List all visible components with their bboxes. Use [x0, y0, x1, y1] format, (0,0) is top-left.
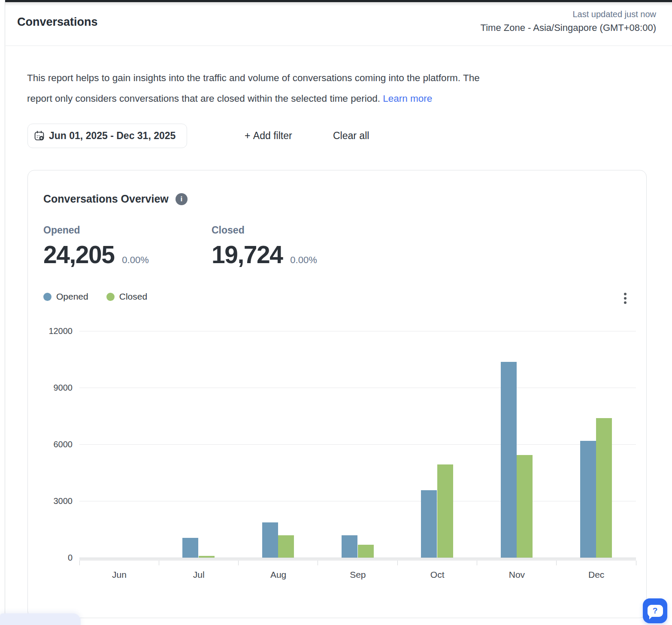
- legend-label-closed: Closed: [119, 291, 147, 302]
- x-tick-label-jul: Jul: [159, 570, 239, 580]
- x-axis-tick: [318, 561, 318, 565]
- x-axis-line: [79, 558, 636, 561]
- stat-closed: Closed 19,724 0.00%: [212, 224, 317, 268]
- chart-legend: OpenedClosed: [43, 291, 147, 302]
- report-description: This report helps to gain insights into …: [27, 68, 662, 109]
- stat-opened: Opened 24,205 0.00%: [43, 224, 149, 268]
- plus-icon: +: [245, 130, 250, 142]
- conversations-overview-card: Conversations Overview i Opened 24,205 0…: [27, 170, 647, 618]
- date-range-picker[interactable]: Jun 01, 2025 - Dec 31, 2025: [27, 124, 187, 148]
- clear-all-button[interactable]: Clear all: [333, 124, 369, 148]
- calendar-plus-icon: [33, 130, 45, 142]
- bar-opened-nov[interactable]: [501, 362, 517, 558]
- legend-dot-opened: [43, 293, 51, 301]
- header-meta: Last updated just now Time Zone - Asia/S…: [481, 9, 656, 35]
- description-line-1: This report helps to gain insights into …: [27, 73, 480, 83]
- bar-closed-jul[interactable]: [199, 556, 215, 558]
- bar-opened-sep[interactable]: [342, 535, 357, 558]
- bar-closed-aug[interactable]: [278, 535, 294, 558]
- add-filter-button[interactable]: + Add filter: [245, 124, 292, 148]
- x-tick-label-dec: Dec: [557, 570, 636, 580]
- description-line-2: report only considers conversations that…: [27, 93, 380, 104]
- stat-opened-delta: 0.00%: [122, 255, 148, 266]
- legend-item-closed[interactable]: Closed: [106, 291, 147, 302]
- page-title: Conversations: [17, 15, 98, 29]
- bar-opened-dec[interactable]: [580, 441, 596, 558]
- x-axis-tick: [238, 561, 239, 565]
- legend-item-opened[interactable]: Opened: [43, 291, 88, 302]
- legend-dot-closed: [106, 293, 115, 301]
- x-axis-tick: [159, 561, 159, 565]
- x-axis-tick: [397, 561, 398, 565]
- gridline-6000: [79, 444, 636, 445]
- gridline-12000: [79, 331, 636, 331]
- bar-opened-aug[interactable]: [262, 522, 278, 558]
- x-tick-label-sep: Sep: [318, 570, 398, 580]
- stat-closed-label: Closed: [212, 224, 317, 237]
- y-tick-label-9000: 9000: [24, 383, 73, 393]
- bar-closed-sep[interactable]: [358, 545, 374, 558]
- card-title: Conversations Overview: [43, 193, 169, 205]
- conversations-chart: 030006000900012000JunJulAugSepOctNovDec: [79, 331, 636, 558]
- chart-options-menu-icon[interactable]: [618, 290, 632, 307]
- bar-opened-oct[interactable]: [421, 490, 437, 558]
- y-tick-label-3000: 3000: [24, 496, 73, 506]
- floating-widget-partial[interactable]: [0, 613, 81, 625]
- bar-closed-dec[interactable]: [596, 418, 612, 558]
- x-axis-tick: [477, 561, 477, 565]
- timezone-text: Time Zone - Asia/Singapore (GMT+08:00): [481, 21, 656, 35]
- x-tick-label-jun: Jun: [79, 570, 159, 580]
- bar-opened-jul[interactable]: [182, 538, 198, 558]
- y-tick-label-12000: 12000: [24, 326, 73, 336]
- x-tick-label-nov: Nov: [477, 570, 557, 580]
- last-updated-text: Last updated just now: [481, 9, 656, 20]
- learn-more-link[interactable]: Learn more: [383, 93, 432, 104]
- gridline-9000: [79, 388, 636, 388]
- y-tick-label-0: 0: [24, 553, 73, 563]
- stat-closed-delta: 0.00%: [290, 255, 317, 266]
- card-header: Conversations Overview i: [43, 193, 188, 205]
- window-top-bar: [5, 0, 672, 2]
- question-bubble-icon: ?: [648, 605, 663, 617]
- date-range-label: Jun 01, 2025 - Dec 31, 2025: [49, 130, 176, 142]
- stat-closed-value: 19,724: [212, 241, 282, 268]
- add-filter-label: Add filter: [253, 130, 292, 142]
- x-axis-tick: [79, 561, 80, 565]
- report-header: Conversations Last updated just now Time…: [6, 0, 672, 46]
- top-bar-shadow: [5, 2, 672, 6]
- bar-closed-oct[interactable]: [437, 464, 453, 558]
- left-panel-edge: [0, 0, 5, 625]
- help-chat-button[interactable]: ?: [643, 598, 667, 623]
- y-tick-label-6000: 6000: [24, 440, 73, 449]
- legend-label-opened: Opened: [56, 291, 88, 302]
- x-axis-tick: [636, 561, 636, 565]
- x-tick-label-aug: Aug: [239, 570, 318, 580]
- x-tick-label-oct: Oct: [397, 570, 477, 580]
- x-axis-tick: [556, 561, 557, 565]
- gridline-3000: [79, 501, 636, 501]
- bar-closed-nov[interactable]: [517, 455, 533, 558]
- info-icon[interactable]: i: [176, 193, 188, 205]
- stat-opened-value: 24,205: [43, 241, 114, 268]
- stat-opened-label: Opened: [43, 224, 149, 237]
